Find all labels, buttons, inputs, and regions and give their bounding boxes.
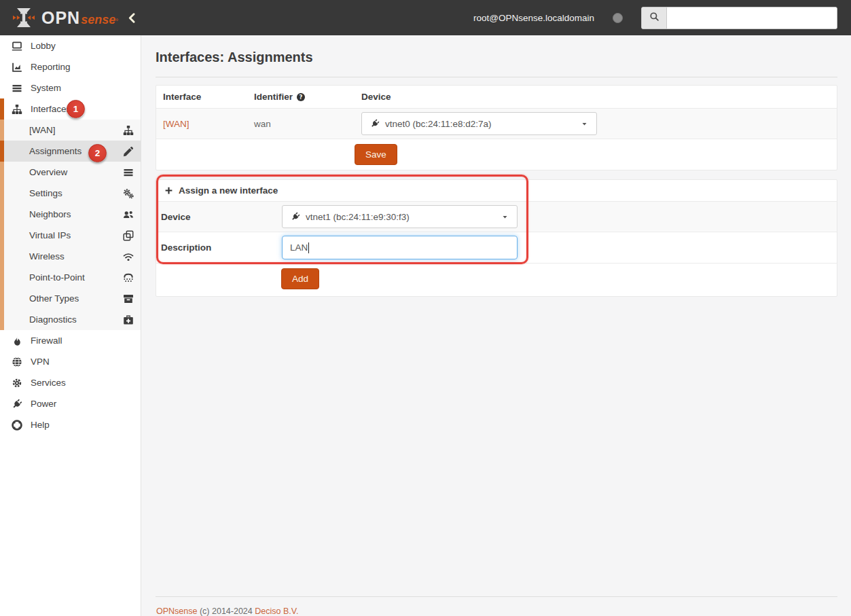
sidebar-item-wireless[interactable]: Wireless (0, 246, 141, 267)
footer-copyright: (c) 2014-2024 (197, 606, 255, 616)
sidebar-item-label: Lobby (31, 41, 56, 51)
desktop-icon (12, 41, 23, 52)
sidebar-item-label: Neighbors (29, 209, 71, 219)
opnsense-footer-link[interactable]: OPNsense (156, 606, 197, 616)
sidebar-item-system[interactable]: System (0, 77, 141, 98)
caret-down-icon (581, 120, 588, 128)
text-cursor (308, 242, 309, 253)
sidebar-item-label: Virtual IPs (29, 230, 71, 240)
col-header-device: Device (355, 86, 837, 108)
assign-new-interface-header[interactable]: Assign a new interface (156, 180, 286, 201)
sidebar-item-label: Help (31, 420, 50, 430)
wan-interface-link[interactable]: [WAN] (163, 119, 189, 129)
medkit-icon (123, 314, 134, 325)
description-value: LAN (290, 242, 308, 253)
sidebar-item-wan[interactable]: [WAN] (0, 120, 141, 141)
sidebar-item-label: Overview (29, 167, 67, 177)
sidebar-item-vpn[interactable]: VPN (0, 351, 141, 372)
sidebar-item-label: Assignments (29, 146, 82, 156)
svg-text:?: ? (300, 93, 303, 100)
step-badge-2: 2 (88, 144, 107, 162)
sidebar-item-label: Services (31, 378, 66, 388)
sidebar-item-settings[interactable]: Settings (0, 183, 141, 204)
device-label: Device (156, 209, 282, 225)
sidebar-menu: LobbyReportingSystemInterfaces[WAN]Assig… (0, 35, 141, 616)
logo-accent-text: sense (81, 13, 115, 27)
sidebar-item-other-types[interactable]: Other Types (0, 288, 141, 309)
fire-icon (12, 336, 23, 346)
col-header-identifier: Identifier ? (247, 86, 355, 108)
chevron-left-icon (126, 16, 138, 26)
sidebar-item-virtual-ips[interactable]: Virtual IPs (0, 225, 141, 246)
footer: OPNsense (c) 2014-2024 Deciso B.V. (156, 596, 837, 616)
logged-in-user: root@OPNsense.localdomain (473, 13, 594, 23)
global-search (641, 7, 837, 29)
opnsense-logo[interactable]: OPN sense ° (0, 6, 126, 29)
table-row-wan: [WAN] wan vtnet0 (bc:24:11:e8:d2:7a) (156, 109, 837, 139)
archive-icon (123, 293, 134, 304)
sidebar-item-power[interactable]: Power (0, 393, 141, 414)
sidebar-item-diagnostics[interactable]: Diagnostics (0, 309, 141, 330)
sidebar-item-neighbors[interactable]: Neighbors (0, 204, 141, 225)
life-ring-icon (12, 420, 23, 431)
col-header-interface: Interface (156, 86, 247, 108)
clone-icon (123, 230, 134, 241)
step-badge-1: 1 (67, 100, 85, 118)
page-title: Interfaces: Assignments (156, 35, 837, 65)
new-device-value: vtnet1 (bc:24:11:e9:30:f3) (306, 212, 410, 222)
tty-icon (123, 272, 134, 283)
sidebar-item-lobby[interactable]: Lobby (0, 35, 141, 56)
users-icon (123, 209, 134, 220)
search-addon[interactable] (642, 7, 667, 29)
pencil-icon (123, 146, 134, 157)
list-bars-icon (123, 167, 134, 178)
plus-icon (164, 186, 173, 195)
add-button[interactable]: Add (281, 268, 319, 289)
sidebar-item-label: Firewall (31, 336, 62, 346)
sidebar-item-services[interactable]: Services (0, 372, 141, 393)
sidebar-item-overview[interactable]: Overview (0, 162, 141, 183)
sidebar-collapse-button[interactable] (126, 9, 144, 26)
new-device-row: Device vtnet1 (bc:24:11:e9:30:f3) (156, 202, 837, 232)
chart-area-icon (12, 62, 23, 73)
gears-icon (123, 188, 134, 199)
opnsense-page: OPN sense ° root@OPNsense.localdomain Lo… (0, 0, 851, 616)
sidebar-item-label: Settings (29, 188, 62, 198)
sidebar-item-label: Point-to-Point (29, 272, 85, 283)
search-icon (649, 12, 659, 24)
sidebar-item-assignments[interactable]: Assignments (0, 141, 141, 162)
main-content: Interfaces: Assignments Interface Identi… (141, 35, 851, 616)
new-interface-panel: Assign a new interface Device vtnet1 (bc… (156, 179, 837, 297)
sidebar-item-help[interactable]: Help (0, 414, 141, 435)
sidebar-item-label: Power (31, 399, 56, 409)
logo-main-text: OPN (41, 8, 80, 28)
plug-icon (12, 399, 23, 410)
assignments-panel: Interface Identifier ? Device [WAN] (156, 85, 837, 170)
sitemap-icon (12, 104, 23, 115)
save-button[interactable]: Save (355, 144, 397, 165)
sidebar-item-label: Wireless (29, 251, 65, 261)
gear-icon (12, 378, 23, 388)
logo-trademark: ° (115, 18, 118, 25)
wan-identifier: wan (254, 119, 271, 129)
question-circle-icon[interactable]: ? (296, 92, 306, 102)
sidebar-item-reporting[interactable]: Reporting (0, 56, 141, 77)
description-row: Description LAN (156, 232, 837, 264)
wan-device-select[interactable]: vtnet0 (bc:24:11:e8:d2:7a) (361, 112, 597, 135)
sidebar-item-label: [WAN] (29, 125, 56, 135)
description-input[interactable]: LAN (282, 236, 518, 259)
plug-icon (370, 119, 380, 128)
search-input[interactable] (667, 7, 837, 29)
opnsense-logo-icon (12, 6, 35, 29)
sidebar-item-point-to-point[interactable]: Point-to-Point (0, 267, 141, 288)
plug-icon (291, 212, 300, 221)
top-bar: OPN sense ° root@OPNsense.localdomain (0, 0, 851, 35)
sidebar-item-firewall[interactable]: Firewall (0, 330, 141, 351)
opnsense-logo-text: OPN sense ° (41, 8, 118, 28)
sidebar-item-label: Reporting (31, 62, 71, 72)
description-label: Description (156, 239, 282, 256)
new-device-select[interactable]: vtnet1 (bc:24:11:e9:30:f3) (282, 205, 518, 228)
list-bars-icon (12, 83, 23, 94)
assign-new-interface-title: Assign a new interface (179, 185, 278, 196)
deciso-footer-link[interactable]: Deciso B.V. (255, 606, 298, 616)
